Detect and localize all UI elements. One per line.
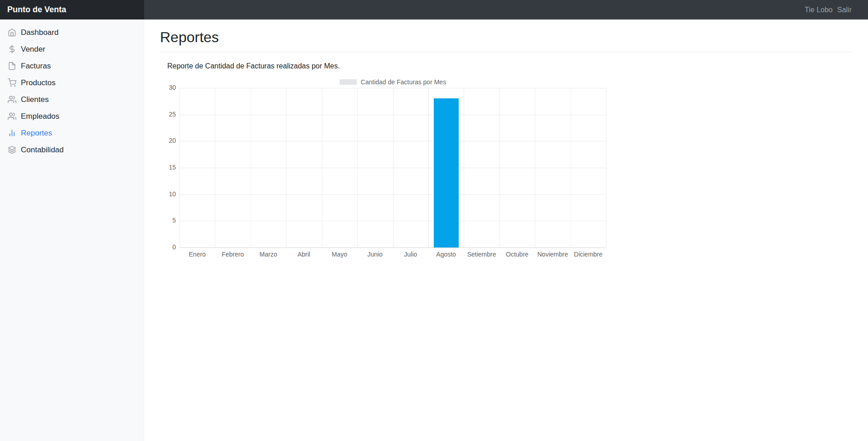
y-tick-label: 20 xyxy=(167,137,176,145)
sidebar-item-label: Productos xyxy=(21,78,56,87)
navbar-right: Tie Lobo Salir xyxy=(805,0,868,19)
legend-swatch xyxy=(339,79,357,85)
sidebar-item-label: Reportes xyxy=(21,129,52,138)
users-icon xyxy=(8,112,16,121)
gridline-x xyxy=(179,88,180,247)
dollar-icon xyxy=(8,45,16,53)
x-tick-label: Octubre xyxy=(499,251,535,258)
y-tick-label: 15 xyxy=(167,164,176,171)
chart-bar-agosto[interactable] xyxy=(434,98,459,247)
sidebar-item-label: Dashboard xyxy=(21,28,58,37)
cart-icon xyxy=(8,78,16,87)
sidebar-item-contabilidad[interactable]: Contabilidad xyxy=(0,141,144,158)
layers-icon xyxy=(8,145,16,154)
gridline-x xyxy=(251,88,251,247)
gridline-x xyxy=(606,88,606,247)
y-tick-label: 0 xyxy=(167,243,176,251)
user-menu-link[interactable]: Tie Lobo xyxy=(805,6,833,14)
x-tick-label: Marzo xyxy=(251,251,286,258)
report-subtitle: Reporte de Cantidad de Facturas realizad… xyxy=(167,62,851,70)
logout-link[interactable]: Salir xyxy=(837,6,852,14)
gridline-x xyxy=(357,88,358,247)
sidebar-item-vender[interactable]: Vender xyxy=(0,41,144,58)
bar-chart-icon xyxy=(8,129,16,137)
sidebar-item-clientes[interactable]: Clientes xyxy=(0,91,144,108)
x-tick-label: Diciembre xyxy=(571,251,606,258)
gridline-x xyxy=(428,88,429,247)
sidebar-item-label: Contabilidad xyxy=(21,145,64,155)
gridline-x xyxy=(286,88,286,247)
sidebar-item-facturas[interactable]: Facturas xyxy=(0,58,144,74)
app-brand[interactable]: Punto de Venta xyxy=(0,0,144,19)
sidebar-item-reportes[interactable]: Reportes xyxy=(0,125,144,141)
y-tick-label: 10 xyxy=(167,190,176,198)
gridline-y xyxy=(179,247,606,248)
x-tick-label: Julio xyxy=(393,251,428,258)
users-icon xyxy=(8,95,16,104)
gridline-x xyxy=(322,88,322,247)
home-icon xyxy=(8,28,16,37)
legend-label: Cantidad de Facturas por Mes xyxy=(361,78,446,86)
sidebar-item-label: Vender xyxy=(21,45,45,54)
x-tick-label: Febrero xyxy=(215,251,250,258)
sidebar-nav: DashboardVenderFacturasProductosClientes… xyxy=(0,19,144,441)
sidebar-item-label: Facturas xyxy=(21,62,51,71)
x-tick-label: Agosto xyxy=(428,251,464,258)
chart-legend[interactable]: Cantidad de Facturas por Mes xyxy=(339,78,446,86)
sidebar-item-label: Empleados xyxy=(21,112,59,121)
gridline-x xyxy=(535,88,535,247)
top-navbar: Punto de Venta Tie Lobo Salir xyxy=(0,0,868,19)
y-tick-label: 25 xyxy=(167,111,176,118)
gridline-x xyxy=(393,88,393,247)
x-tick-label: Abril xyxy=(286,251,321,258)
sidebar-item-label: Clientes xyxy=(21,95,48,104)
gridline-x xyxy=(215,88,215,247)
gridline-x xyxy=(464,88,464,247)
sidebar-item-dashboard[interactable]: Dashboard xyxy=(0,24,144,41)
invoices-per-month-chart: Cantidad de Facturas por Mes051015202530… xyxy=(167,75,616,271)
sidebar-item-productos[interactable]: Productos xyxy=(0,74,144,91)
gridline-x xyxy=(571,88,571,247)
main-content: Reportes Reporte de Cantidad de Facturas… xyxy=(144,19,868,441)
y-tick-label: 30 xyxy=(167,84,176,92)
file-icon xyxy=(8,62,16,70)
gridline-x xyxy=(499,88,500,247)
page-title: Reportes xyxy=(160,27,851,47)
x-tick-label: Noviembre xyxy=(535,251,570,258)
y-tick-label: 5 xyxy=(167,217,176,224)
x-tick-label: Mayo xyxy=(322,251,357,258)
title-divider xyxy=(160,52,851,52)
x-tick-label: Setiembre xyxy=(464,251,499,258)
x-tick-label: Junio xyxy=(357,251,393,258)
sidebar-item-empleados[interactable]: Empleados xyxy=(0,108,144,125)
x-tick-label: Enero xyxy=(179,251,215,258)
